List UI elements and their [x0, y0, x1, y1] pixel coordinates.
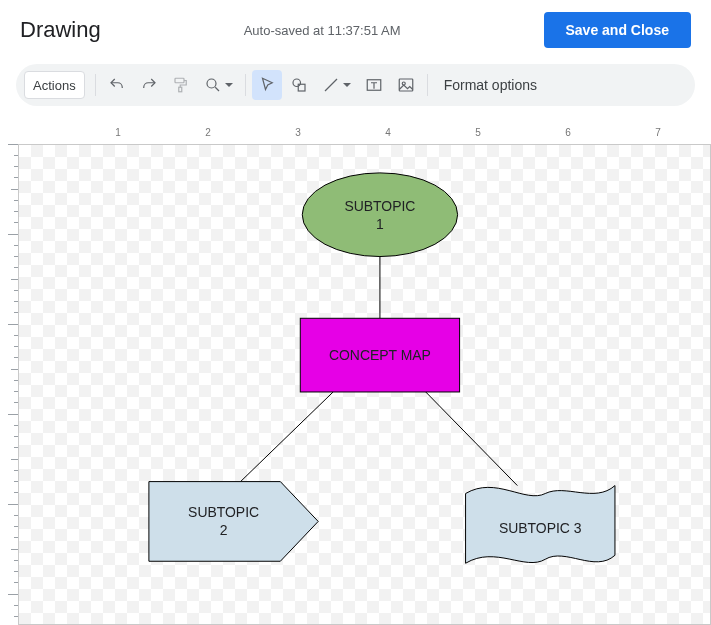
undo-icon: [108, 76, 126, 94]
textbox-icon: [365, 76, 383, 94]
horizontal-ruler: 1 2 3 4 5 6 7: [18, 124, 711, 144]
zoom-menu-button[interactable]: [198, 70, 239, 100]
autosave-status: Auto-saved at 11:37:51 AM: [101, 23, 544, 38]
caret-down-icon: [225, 83, 233, 87]
image-icon: [397, 76, 415, 94]
toolbar-container: Actions: [0, 56, 711, 106]
undo-button[interactable]: [102, 70, 132, 100]
shape-label: SUBTOPIC: [344, 198, 415, 214]
save-and-close-button[interactable]: Save and Close: [544, 12, 692, 48]
vertical-ruler: [0, 144, 18, 625]
svg-point-2: [207, 79, 216, 88]
diagram-svg: SUBTOPIC 1 CONCEPT MAP SUBTOPIC 2 SUBTOP…: [19, 145, 710, 624]
cursor-icon: [258, 76, 276, 94]
paint-format-button[interactable]: [166, 70, 196, 100]
paint-roller-icon: [172, 76, 190, 94]
toolbar-separator: [95, 74, 96, 96]
select-tool-button[interactable]: [252, 70, 282, 100]
drawing-canvas[interactable]: SUBTOPIC 1 CONCEPT MAP SUBTOPIC 2 SUBTOP…: [18, 144, 711, 625]
actions-menu-label: Actions: [33, 78, 76, 93]
toolbar-separator: [427, 74, 428, 96]
ruler-number: 7: [655, 127, 661, 138]
shape-menu-button[interactable]: [284, 70, 314, 100]
redo-button[interactable]: [134, 70, 164, 100]
shape-label: SUBTOPIC 3: [499, 520, 582, 536]
svg-rect-0: [175, 78, 184, 83]
dialog-header: Drawing Auto-saved at 11:37:51 AM Save a…: [0, 0, 711, 56]
caret-down-icon: [343, 83, 351, 87]
line-icon: [322, 76, 340, 94]
ruler-number: 1: [115, 127, 121, 138]
shape-rect-concept-map[interactable]: CONCEPT MAP: [300, 318, 459, 392]
ruler-number: 5: [475, 127, 481, 138]
shape-label: 2: [220, 522, 228, 538]
ruler-number: 3: [295, 127, 301, 138]
svg-point-3: [293, 79, 301, 87]
actions-menu-button[interactable]: Actions: [24, 71, 85, 99]
shape-label: CONCEPT MAP: [329, 347, 431, 363]
line-menu-button[interactable]: [316, 70, 357, 100]
connector-line[interactable]: [241, 392, 334, 482]
svg-rect-1: [178, 87, 181, 92]
shape-wave-subtopic3[interactable]: SUBTOPIC 3: [466, 486, 615, 564]
shape-label: 1: [376, 216, 384, 232]
dialog-title: Drawing: [20, 17, 101, 43]
toolbar-separator: [245, 74, 246, 96]
shape-label: SUBTOPIC: [188, 504, 259, 520]
connector-line[interactable]: [426, 392, 518, 486]
ruler-number: 4: [385, 127, 391, 138]
ruler-number: 6: [565, 127, 571, 138]
textbox-button[interactable]: [359, 70, 389, 100]
ruler-number: 2: [205, 127, 211, 138]
svg-marker-10: [149, 482, 318, 562]
shapes-icon: [290, 76, 308, 94]
toolbar: Actions: [16, 64, 695, 106]
zoom-icon: [204, 76, 222, 94]
shape-ellipse-subtopic1[interactable]: SUBTOPIC 1: [302, 173, 457, 257]
format-options-button[interactable]: Format options: [434, 77, 547, 93]
shape-arrow-subtopic2[interactable]: SUBTOPIC 2: [149, 482, 318, 562]
svg-rect-6: [399, 79, 413, 91]
image-button[interactable]: [391, 70, 421, 100]
redo-icon: [140, 76, 158, 94]
